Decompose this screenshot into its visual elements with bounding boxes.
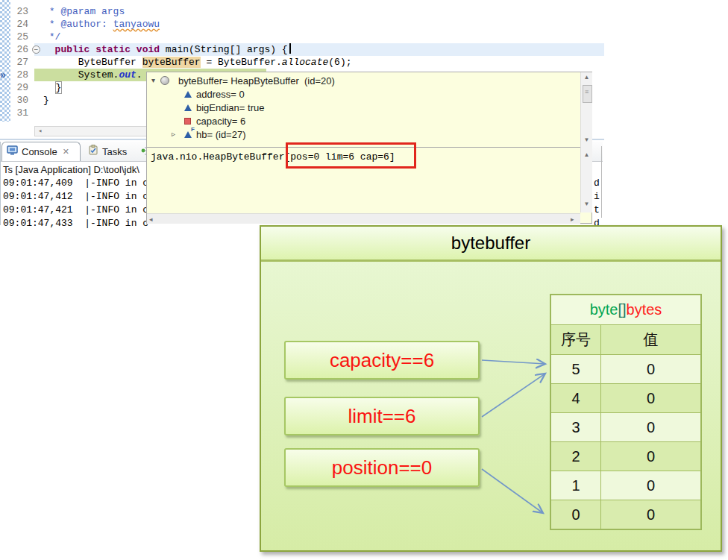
code-line[interactable]: 25 */ [0, 31, 604, 43]
code-token: public static void [55, 44, 160, 55]
tasks-icon [88, 145, 98, 158]
limit-label-box: limit==6 [284, 397, 480, 435]
variable-row[interactable]: ▾byteBuffer= HeapByteBuffer (id=20) [147, 75, 565, 88]
variable-text: byteBuffer= HeapByteBuffer (id=20) [178, 75, 335, 86]
header-segment: [] [618, 301, 626, 318]
header-segment: byte [590, 301, 618, 318]
line-number: 30 [7, 94, 28, 107]
variable-row[interactable]: address= 0 [147, 88, 565, 101]
console-log-line-clipped: i [594, 190, 600, 204]
console-border [0, 142, 1, 225]
scrollbar-thumb[interactable] [583, 85, 592, 103]
bytes-table: byte[] bytes序号值504030201000 [550, 294, 702, 530]
table-cell-index: 1 [551, 471, 600, 500]
code-line[interactable]: 27 ByteBuffer byteBuffer = ByteBuffer.al… [0, 56, 604, 69]
line-number: 29 [7, 81, 28, 94]
field-final-icon [184, 131, 192, 138]
capacity-label-box: capacity==6 [284, 341, 480, 380]
line-number: 24 [7, 18, 28, 31]
header-segment: bytes [627, 301, 662, 318]
scroll-left-icon[interactable]: ◂ [149, 215, 153, 223]
code-token: (6); [328, 57, 351, 68]
console-log-line-clipped: d [594, 177, 600, 190]
console-border-right [601, 146, 602, 218]
table-cell-value: 0 [601, 500, 700, 529]
debug-pointer-icon: » [0, 69, 6, 81]
position-label-box: position==0 [284, 448, 480, 487]
line-number: 26 [7, 43, 28, 56]
field-blue-icon [184, 104, 192, 111]
code-token: System. [43, 69, 119, 81]
tab-tasks-label: Tasks [102, 146, 127, 157]
line-number: 23 [7, 5, 28, 18]
debug-inspect-popup: ▾byteBuffer= HeapByteBuffer (id=20)addre… [146, 72, 592, 224]
console-log-line-clipped: t [594, 204, 600, 217]
code-text: ByteBuffer byteBuffer = ByteBuffer.alloc… [43, 56, 352, 69]
tab-console[interactable]: Console ✕ [1, 142, 81, 161]
scroll-up-icon[interactable]: ▲ [581, 151, 592, 158]
variable-row[interactable]: capacity= 6 [147, 115, 565, 128]
scroll-right-icon[interactable]: ▸ [571, 215, 574, 223]
console-log-line: 09:01:47,421 |-INFO in c [3, 204, 148, 217]
scroll-down-icon[interactable]: ▼ [581, 201, 592, 207]
code-token: . [136, 69, 142, 81]
line-number: 31 [7, 107, 28, 119]
scroll-down-icon[interactable]: ▼ [581, 136, 592, 143]
table-cell-index: 0 [551, 500, 600, 529]
editor-hscrollbar[interactable]: ◂ [34, 126, 154, 136]
code-token: */ [43, 31, 60, 43]
code-line[interactable]: 23 * @param args [0, 5, 604, 18]
code-token: byteBuffer [142, 57, 201, 68]
limit-arrow [482, 374, 545, 417]
fold-collapse-icon[interactable]: − [32, 45, 40, 54]
text-cursor [289, 43, 291, 54]
code-text: public static void main(String[] args) { [43, 43, 291, 56]
popup-vscrollbar[interactable]: ▲ ▼ ▲ ▼ [580, 72, 592, 213]
code-token: = ByteBuffer. [201, 57, 282, 68]
variable-row[interactable]: ▹hb= (id=27) [147, 128, 565, 142]
variable-text: address= 0 [196, 89, 245, 100]
code-text: System.out. [43, 69, 142, 81]
code-text: * @author: tanyaowu [43, 18, 160, 31]
table-cell-value: 0 [601, 471, 700, 500]
close-icon[interactable]: ✕ [63, 147, 69, 157]
table-cell-value: 0 [601, 442, 700, 471]
code-token [43, 82, 55, 93]
table-cell-index: 4 [551, 384, 600, 412]
bytebuffer-diagram: bytebuffer capacity==6 limit==6 position… [260, 225, 722, 552]
code-line[interactable]: 24 * @author: tanyaowu [0, 18, 604, 31]
console-icon [7, 145, 18, 159]
variable-text: capacity= 6 [196, 116, 245, 127]
scroll-left-icon[interactable]: ◂ [38, 128, 42, 135]
code-token: allocate [282, 57, 328, 68]
column-header-index: 序号 [551, 325, 600, 354]
code-token [43, 44, 55, 55]
variables-tree[interactable]: ▾byteBuffer= HeapByteBuffer (id=20)addre… [147, 72, 579, 147]
diagram-title: bytebuffer [261, 227, 721, 259]
line-number: 28 [7, 69, 28, 81]
expand-toggle-icon[interactable]: ▹ [172, 130, 175, 138]
capacity-arrow [482, 360, 545, 364]
position-arrow [482, 469, 543, 513]
line-number: 25 [7, 31, 28, 43]
expand-toggle-icon[interactable]: ▾ [151, 76, 155, 84]
code-text: * @param args [43, 5, 125, 18]
table-cell-value: 0 [601, 355, 700, 383]
code-token: * @author: [43, 19, 113, 30]
table-header-bytes: byte[] bytes [551, 295, 700, 324]
object-icon [160, 76, 169, 85]
tab-tasks[interactable]: Tasks [84, 142, 137, 161]
field-red-icon [184, 118, 191, 125]
table-cell-index: 3 [551, 413, 600, 441]
code-token: } [43, 95, 49, 106]
variable-row[interactable]: bigEndian= true [147, 101, 565, 115]
code-line[interactable]: 26− public static void main(String[] arg… [0, 43, 604, 56]
code-text: } [43, 94, 49, 107]
field-blue-icon [184, 91, 192, 98]
code-token: out [119, 69, 136, 81]
code-token: main(String[] args) { [160, 44, 288, 55]
popup-hscrollbar[interactable]: ◂ ▸ [147, 213, 580, 224]
table-cell-value: 0 [601, 413, 700, 441]
code-text: */ [43, 31, 60, 43]
scroll-up-icon[interactable]: ▲ [581, 74, 592, 81]
